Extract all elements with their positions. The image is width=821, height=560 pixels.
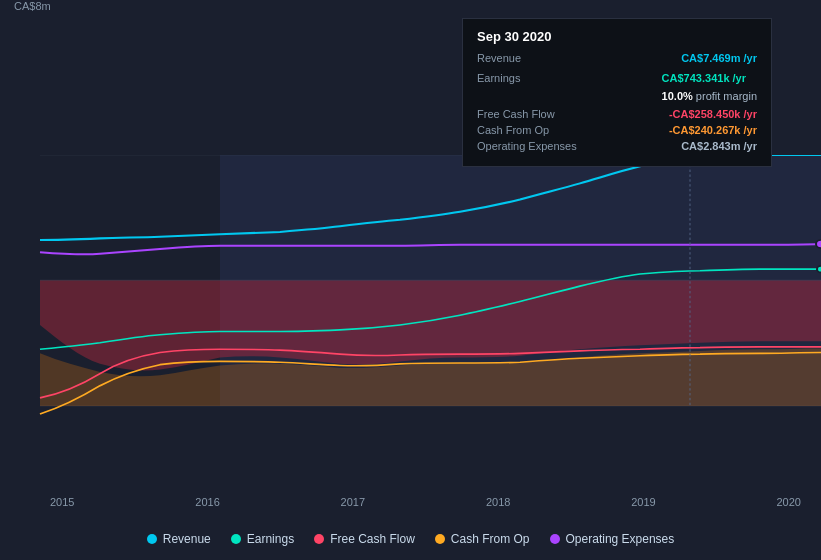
x-label-2017: 2017 (341, 496, 365, 508)
tooltip-value-earnings: CA$743.341k /yr (662, 72, 746, 84)
legend-label-fcf: Free Cash Flow (330, 532, 415, 546)
tooltip-value-opex: CA$2.843m /yr (681, 140, 757, 152)
tooltip-label-fcf: Free Cash Flow (477, 108, 587, 120)
tooltip-value-cashfromop: -CA$240.267k /yr (669, 124, 757, 136)
legend-label-revenue: Revenue (163, 532, 211, 546)
legend-item-cashfromop[interactable]: Cash From Op (435, 532, 530, 546)
tooltip-row-opex: Operating Expenses CA$2.843m /yr (477, 140, 757, 152)
chart-legend: Revenue Earnings Free Cash Flow Cash Fro… (0, 532, 821, 546)
tooltip-row-fcf: Free Cash Flow -CA$258.450k /yr (477, 108, 757, 120)
y-axis-top-label: CA$8m (14, 0, 51, 12)
legend-dot-revenue (147, 534, 157, 544)
legend-label-earnings: Earnings (247, 532, 294, 546)
svg-point-8 (817, 266, 821, 272)
svg-point-7 (816, 240, 821, 248)
legend-dot-earnings (231, 534, 241, 544)
tooltip-label-cashfromop: Cash From Op (477, 124, 587, 136)
x-label-2016: 2016 (195, 496, 219, 508)
legend-label-cashfromop: Cash From Op (451, 532, 530, 546)
tooltip-row-cashfromop: Cash From Op -CA$240.267k /yr (477, 124, 757, 136)
x-label-2015: 2015 (50, 496, 74, 508)
tooltip-label-opex: Operating Expenses (477, 140, 587, 152)
main-chart (0, 155, 821, 495)
legend-dot-opex (550, 534, 560, 544)
tooltip-profit-margin: 10.0% profit margin (662, 90, 757, 102)
tooltip-title: Sep 30 2020 (477, 29, 757, 44)
tooltip-earnings-group: CA$743.341k /yr 10.0% profit margin (662, 68, 757, 104)
tooltip-value-fcf: -CA$258.450k /yr (669, 108, 757, 120)
data-tooltip: Sep 30 2020 Revenue CA$7.469m /yr Earnin… (462, 18, 772, 167)
legend-dot-fcf (314, 534, 324, 544)
legend-item-fcf[interactable]: Free Cash Flow (314, 532, 415, 546)
legend-item-revenue[interactable]: Revenue (147, 532, 211, 546)
tooltip-row-revenue: Revenue CA$7.469m /yr (477, 52, 757, 64)
legend-dot-cashfromop (435, 534, 445, 544)
legend-item-opex[interactable]: Operating Expenses (550, 532, 675, 546)
tooltip-label-earnings: Earnings (477, 72, 587, 84)
legend-item-earnings[interactable]: Earnings (231, 532, 294, 546)
legend-label-opex: Operating Expenses (566, 532, 675, 546)
x-label-2020: 2020 (776, 496, 800, 508)
tooltip-row-earnings: Earnings CA$743.341k /yr 10.0% profit ma… (477, 68, 757, 104)
x-label-2019: 2019 (631, 496, 655, 508)
x-label-2018: 2018 (486, 496, 510, 508)
tooltip-value-revenue: CA$7.469m /yr (681, 52, 757, 64)
tooltip-label-revenue: Revenue (477, 52, 587, 64)
